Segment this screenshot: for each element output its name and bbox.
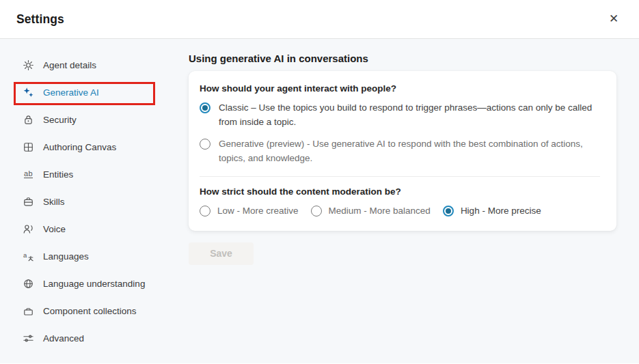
sidebar-item-languages[interactable]: a Languages <box>0 242 185 270</box>
sidebar-item-security[interactable]: Security <box>0 106 185 133</box>
dialog-body: Agent details Generative AI Security Aut… <box>0 39 639 363</box>
person-voice-icon <box>23 223 34 235</box>
sidebar-item-component-collections[interactable]: Component collections <box>0 297 185 324</box>
radio-option-label: Low - More creative <box>217 204 299 219</box>
page-title: Using generative AI in conversations <box>189 53 639 64</box>
sidebar-item-label: Advanced <box>43 333 84 344</box>
main-panel: Using generative AI in conversations How… <box>185 39 639 363</box>
radio-unselected-icon[interactable] <box>200 206 210 216</box>
sidebar-item-label: Entities <box>43 169 73 180</box>
sidebar-item-voice[interactable]: Voice <box>0 215 185 242</box>
sidebar-item-label: Languages <box>43 251 89 262</box>
radio-option-label: Classic – Use the topics you build to re… <box>219 101 599 130</box>
lock-icon <box>23 114 34 126</box>
sidebar-item-agent-details[interactable]: Agent details <box>0 51 185 79</box>
radio-selected-icon[interactable] <box>200 102 210 113</box>
sidebar-item-label: Component collections <box>43 306 137 316</box>
radio-unselected-icon[interactable] <box>200 139 210 150</box>
sidebar-item-language-understanding[interactable]: Language understanding <box>0 270 185 297</box>
gear-icon <box>23 59 34 71</box>
settings-sidebar: Agent details Generative AI Security Aut… <box>0 39 185 363</box>
radio-unselected-icon[interactable] <box>311 206 322 216</box>
radio-option-low[interactable]: Low - More creative <box>200 204 299 219</box>
radio-option-label: High - More precise <box>461 204 541 219</box>
sidebar-item-label: Security <box>43 115 77 125</box>
translate-icon: a <box>23 251 34 262</box>
ab-entities-icon: ab <box>23 169 34 180</box>
radio-option-label: Medium - More balanced <box>329 204 431 219</box>
save-button[interactable]: Save <box>189 242 254 265</box>
briefcase-icon <box>23 196 34 208</box>
generative-ai-settings-card: How should your agent interact with peop… <box>189 71 616 231</box>
sidebar-item-entities[interactable]: ab Entities <box>0 160 185 188</box>
grid-icon <box>23 141 34 153</box>
radio-option-classic[interactable]: Classic – Use the topics you build to re… <box>200 101 600 130</box>
dialog-title: Settings <box>16 12 64 27</box>
dialog-header: Settings ✕ <box>0 0 639 39</box>
sidebar-item-label: Authoring Canvas <box>43 142 116 152</box>
radio-option-generative[interactable]: Generative (preview) - Use generative AI… <box>200 137 600 166</box>
close-icon[interactable]: ✕ <box>605 10 623 28</box>
moderation-question: How strict should the content moderation… <box>200 186 600 197</box>
sidebar-item-skills[interactable]: Skills <box>0 188 185 215</box>
moderation-options-row: Low - More creative Medium - More balanc… <box>200 204 600 219</box>
svg-text:a: a <box>23 251 27 258</box>
sidebar-item-label: Generative AI <box>43 87 99 98</box>
toolbox-icon <box>23 305 34 317</box>
sliders-icon <box>23 333 34 344</box>
sidebar-item-advanced[interactable]: Advanced <box>0 324 185 352</box>
card-divider <box>200 176 600 177</box>
sidebar-item-label: Skills <box>43 197 65 207</box>
sidebar-item-label: Agent details <box>43 60 96 70</box>
sidebar-item-generative-ai[interactable]: Generative AI <box>0 79 185 106</box>
globe-icon <box>23 278 34 290</box>
sidebar-item-authoring-canvas[interactable]: Authoring Canvas <box>0 133 185 160</box>
sparkles-icon <box>23 87 34 98</box>
radio-option-label: Generative (preview) - Use generative AI… <box>219 137 599 166</box>
radio-selected-icon[interactable] <box>443 206 454 216</box>
interaction-question: How should your agent interact with peop… <box>200 83 600 94</box>
sidebar-item-label: Voice <box>43 224 66 234</box>
radio-option-high[interactable]: High - More precise <box>443 204 541 219</box>
radio-option-medium[interactable]: Medium - More balanced <box>311 204 431 219</box>
sidebar-item-label: Language understanding <box>43 279 145 289</box>
